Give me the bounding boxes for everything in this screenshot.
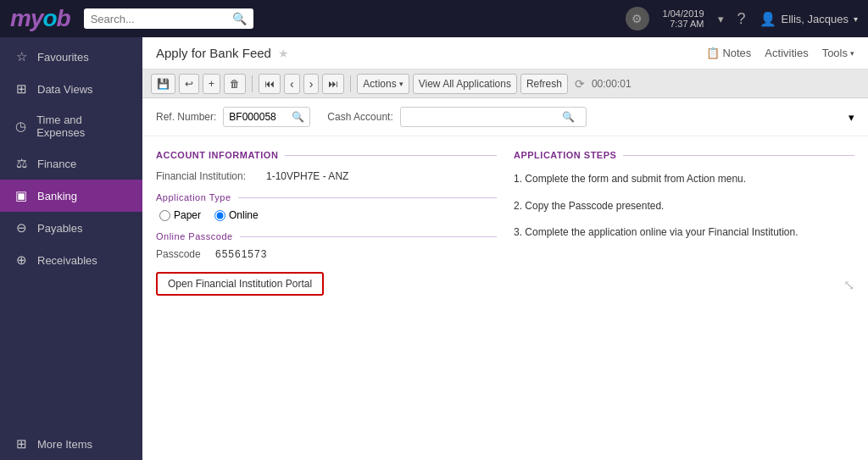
sidebar-label-payables: Payables [37, 222, 82, 235]
notes-button[interactable]: 📋 Notes [706, 47, 751, 59]
content-area: Apply for Bank Feed ★ 📋 Notes Activities… [142, 37, 868, 460]
clock-icon: ◷ [14, 119, 28, 134]
application-type-radio-group: Paper Online [159, 209, 497, 221]
main-layout: ☆ Favourites ⊞ Data Views ◷ Time and Exp… [0, 37, 868, 460]
application-steps-section: APPLICATION STEPS 1. Complete the form a… [514, 150, 854, 302]
page-title: Apply for Bank Feed [156, 46, 271, 60]
online-radio[interactable] [214, 210, 225, 221]
financial-institution-label: Financial Institution: [156, 170, 266, 182]
first-record-button[interactable]: ⏮ [259, 74, 281, 94]
cash-account-group: Cash Account: 🔍 [327, 107, 586, 127]
sidebar-item-receivables[interactable]: ⊕ Receivables [0, 244, 142, 276]
toolbar-separator-2 [350, 75, 351, 92]
add-icon: + [209, 78, 214, 90]
minus-circle-icon: ⊖ [14, 220, 29, 236]
financial-institution-row: Financial Institution: 1-10VPH7E - ANZ [156, 170, 497, 182]
toolbar: 💾 ↩ + 🗑 ⏮ ‹ › ⏭ [142, 69, 868, 98]
cash-account-label: Cash Account: [327, 111, 392, 123]
star-icon: ☆ [14, 49, 29, 64]
plus-circle-icon: ⊕ [14, 252, 29, 268]
undo-icon: ↩ [185, 78, 193, 90]
paper-radio-label[interactable]: Paper [159, 209, 201, 221]
passcode-label: Passcode [156, 248, 215, 260]
user-dropdown-icon: ▾ [854, 14, 858, 24]
cash-account-input[interactable] [406, 111, 559, 123]
paper-radio[interactable] [159, 210, 170, 221]
help-icon[interactable]: ? [737, 10, 746, 28]
next-record-button[interactable]: › [303, 74, 320, 94]
application-type-section: Application Type Paper Online [156, 192, 497, 221]
sidebar-item-data-views[interactable]: ⊞ Data Views [0, 73, 142, 105]
view-all-applications-button[interactable]: View All Applications [413, 74, 517, 94]
actions-button[interactable]: Actions ▾ [357, 74, 409, 94]
cash-search-icon[interactable]: 🔍 [562, 111, 575, 123]
tools-button[interactable]: Tools ▾ [822, 47, 854, 59]
account-info-section: ACCOUNT INFORMATION Financial Institutio… [156, 150, 497, 302]
account-info-title: ACCOUNT INFORMATION [156, 150, 497, 160]
resize-handle-icon[interactable]: ⤡ [843, 277, 854, 293]
prev-record-button[interactable]: ‹ [284, 74, 300, 94]
sync-icon: ⚙ [632, 12, 643, 25]
more-grid-icon: ⊞ [14, 436, 29, 452]
topbar-right: ⚙ 1/04/2019 7:37 AM ▾ ? 👤 Ellis, Jacques… [626, 7, 858, 30]
grid-icon: ⊞ [14, 81, 29, 97]
sync-button[interactable]: ⚙ [626, 7, 649, 30]
ref-number-label: Ref. Number: [156, 111, 216, 123]
cash-account-field[interactable]: 🔍 [400, 107, 587, 127]
user-menu[interactable]: 👤 Ellis, Jacques ▾ [760, 11, 858, 27]
timer-display: 00:00:01 [592, 78, 632, 90]
search-icon[interactable]: 🔍 [232, 12, 247, 25]
passcode-row: Passcode 65561573 [156, 248, 497, 260]
add-button[interactable]: + [203, 74, 220, 94]
user-avatar-icon: 👤 [760, 11, 776, 27]
notes-icon: 📋 [706, 47, 720, 59]
form-collapse-icon[interactable]: ▾ [849, 111, 854, 124]
sidebar-label-time-expenses: Time and Expenses [36, 114, 129, 139]
ref-number-field[interactable]: 🔍 [223, 107, 310, 127]
ref-number-input[interactable] [229, 111, 288, 123]
myob-logo: myob [10, 5, 70, 32]
open-portal-button[interactable]: Open Financial Institution Portal [156, 272, 324, 296]
ref-search-icon[interactable]: 🔍 [292, 111, 304, 123]
application-steps-title: APPLICATION STEPS [514, 150, 854, 160]
online-radio-label[interactable]: Online [214, 209, 259, 221]
activities-button[interactable]: Activities [765, 47, 808, 59]
paper-label: Paper [174, 209, 201, 221]
refresh-button[interactable]: Refresh [520, 74, 568, 94]
toolbar-separator-1 [252, 75, 253, 92]
date-dropdown-icon[interactable]: ▾ [718, 13, 724, 25]
actions-dropdown-icon: ▾ [399, 80, 403, 88]
undo-button[interactable]: ↩ [179, 74, 199, 94]
ref-number-group: Ref. Number: 🔍 [156, 107, 310, 127]
sidebar-item-banking[interactable]: ▣ Banking [0, 180, 142, 212]
favourite-star-icon[interactable]: ★ [278, 47, 289, 60]
step-1: 1. Complete the form and submit from Act… [514, 170, 854, 189]
time-value: 7:37 AM [670, 19, 704, 29]
sidebar-label-data-views: Data Views [37, 83, 93, 96]
form-top-row: Ref. Number: 🔍 Cash Account: 🔍 ▾ [142, 98, 868, 136]
scale-icon: ⚖ [14, 156, 29, 171]
form-body: ACCOUNT INFORMATION Financial Institutio… [142, 136, 868, 316]
prev-icon: ‹ [290, 77, 294, 91]
last-icon: ⏭ [328, 78, 338, 90]
view-all-label: View All Applications [419, 78, 511, 90]
save-button[interactable]: 💾 [151, 74, 175, 94]
step-2: 2. Copy the Passcode presented. [514, 197, 854, 216]
sidebar-item-payables[interactable]: ⊖ Payables [0, 212, 142, 244]
search-input[interactable] [91, 13, 227, 25]
delete-button[interactable]: 🗑 [224, 74, 246, 94]
sidebar-label-favourites: Favourites [37, 51, 89, 64]
sidebar-item-favourites[interactable]: ☆ Favourites [0, 41, 142, 73]
date-value: 1/04/2019 [663, 8, 704, 19]
search-bar[interactable]: 🔍 [84, 8, 253, 29]
application-type-title: Application Type [156, 192, 497, 202]
last-record-button[interactable]: ⏭ [322, 74, 344, 94]
sidebar-item-more-items[interactable]: ⊞ More Items [0, 428, 142, 460]
sidebar-item-time-expenses[interactable]: ◷ Time and Expenses [0, 105, 142, 147]
sidebar-label-receivables: Receivables [37, 254, 97, 267]
page-header: Apply for Bank Feed ★ 📋 Notes Activities… [142, 37, 868, 69]
page-title-row: Apply for Bank Feed ★ [156, 46, 289, 60]
sidebar-item-finance[interactable]: ⚖ Finance [0, 147, 142, 180]
online-label: Online [229, 209, 259, 221]
online-passcode-title: Online Passcode [156, 231, 497, 241]
